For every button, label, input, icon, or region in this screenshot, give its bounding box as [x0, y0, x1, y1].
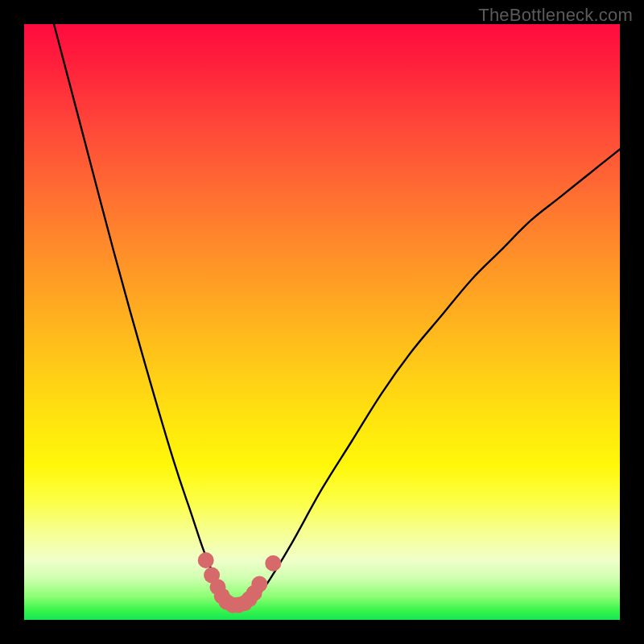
- bottleneck-curve-path: [54, 24, 620, 609]
- watermark-text: TheBottleneck.com: [478, 5, 633, 26]
- plot-area: [24, 24, 620, 620]
- outer-frame: TheBottleneck.com: [0, 0, 644, 644]
- marker-dot: [198, 552, 214, 568]
- chart-svg: [24, 24, 620, 620]
- marker-dot: [265, 555, 281, 572]
- marker-dot: [251, 576, 267, 592]
- curve-group: [54, 24, 620, 609]
